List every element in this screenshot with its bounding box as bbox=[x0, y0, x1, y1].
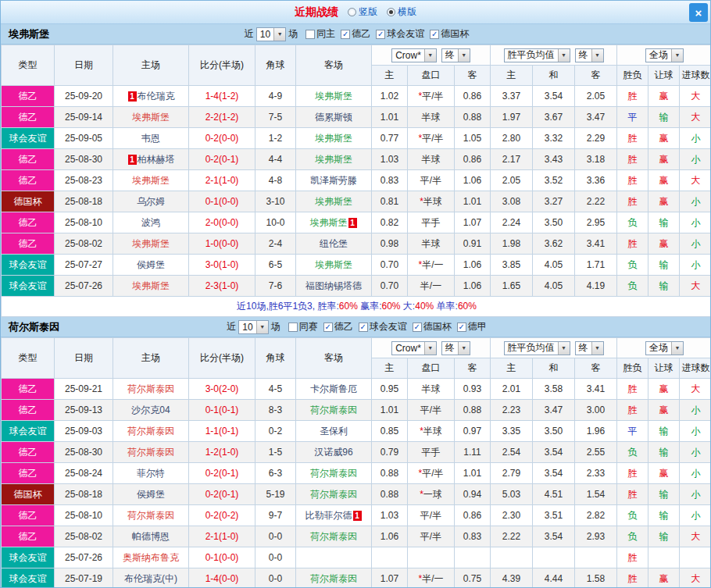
column-header-corner: 角球 bbox=[255, 338, 296, 379]
goals-cell: 小 bbox=[680, 463, 711, 484]
home-team-cell: 荷尔斯泰因 bbox=[113, 379, 189, 400]
corner-cell: 7-6 bbox=[255, 276, 296, 297]
layout-radio-vertical[interactable]: 竖版 bbox=[348, 5, 377, 19]
team-link[interactable]: 布伦瑞克(中) bbox=[124, 573, 177, 584]
match-row: 德乙25-08-10波鸿2-0(0-0)10-0埃弗斯堡10.82平手1.072… bbox=[2, 212, 711, 233]
team-link[interactable]: 埃弗斯堡 bbox=[310, 217, 348, 228]
odds-time-select[interactable]: 终▼ bbox=[441, 341, 470, 355]
avg-type-select-value: 胜平负均值 bbox=[505, 49, 558, 62]
close-button[interactable]: × bbox=[689, 3, 708, 22]
filter-checkbox-2[interactable]: ✓球会友谊 bbox=[359, 320, 407, 333]
avg-type-select[interactable]: 胜平负均值▼ bbox=[504, 48, 570, 62]
team-link[interactable]: 奥斯纳布鲁克 bbox=[123, 552, 179, 563]
team-link[interactable]: 埃弗斯堡 bbox=[315, 196, 352, 207]
odds-source-select[interactable]: Crow*▼ bbox=[391, 48, 437, 62]
layout-radio-horizontal[interactable]: 横版 bbox=[387, 5, 416, 19]
team-link[interactable]: 乌尔姆 bbox=[137, 196, 165, 207]
matches-table: 类型日期主场比分(半场)角球客场Crow*▼终▼胜平负均值▼终▼全场▼主盘口客主… bbox=[1, 45, 711, 317]
checkbox-label: 德甲 bbox=[468, 320, 487, 333]
team-link[interactable]: 荷尔斯泰因 bbox=[127, 510, 174, 521]
team-link[interactable]: 埃弗斯堡 bbox=[315, 259, 352, 270]
avg-time-select[interactable]: 终▼ bbox=[575, 48, 604, 62]
team-link[interactable]: 侯姆堡 bbox=[137, 259, 165, 270]
team-results-section: 荷尔斯泰因近10▼场同赛✓德乙✓球会友谊✓德国杯✓德甲类型日期主场比分(半场)角… bbox=[1, 317, 710, 588]
team-link[interactable]: 布伦瑞克 bbox=[138, 91, 175, 102]
team-link[interactable]: 埃弗斯堡 bbox=[132, 175, 170, 186]
corner-cell: 6-3 bbox=[255, 463, 296, 484]
filter-checkbox-0[interactable]: 同主 bbox=[305, 27, 335, 41]
team-link[interactable]: 卡尔斯鲁厄 bbox=[310, 383, 357, 394]
team-link[interactable]: 埃弗斯堡 bbox=[315, 91, 352, 102]
team-link[interactable]: 荷尔斯泰因 bbox=[310, 489, 357, 500]
team-link[interactable]: 埃弗斯堡 bbox=[132, 280, 170, 291]
scope-select-value: 全场 bbox=[646, 342, 671, 355]
odds-source-select[interactable]: Crow*▼ bbox=[391, 341, 437, 355]
red-card-badge: 1 bbox=[353, 511, 362, 521]
scope-select[interactable]: 全场▼ bbox=[645, 48, 684, 62]
team-link[interactable]: 埃弗斯堡 bbox=[132, 112, 170, 123]
corner-cell: 10-0 bbox=[255, 212, 296, 233]
filter-checkbox-1[interactable]: ✓德乙 bbox=[323, 320, 353, 333]
avg-draw-cell: 4.51 bbox=[533, 484, 575, 505]
team-link[interactable]: 圣保利 bbox=[320, 426, 348, 437]
handicap-result-cell: 输 bbox=[648, 442, 680, 463]
team-link[interactable]: 韦恩 bbox=[141, 133, 160, 144]
filter-checkbox-4[interactable]: ✓德甲 bbox=[457, 320, 487, 333]
match-row: 球会友谊25-07-27侯姆堡3-0(1-0)6-5埃弗斯堡0.70*半/一1.… bbox=[2, 255, 711, 276]
handicap-result-cell: 输 bbox=[648, 107, 680, 128]
handicap-result-cell: 输 bbox=[648, 505, 680, 526]
team-link[interactable]: 荷尔斯泰因 bbox=[310, 468, 357, 479]
summary-text: 60% bbox=[458, 301, 477, 312]
team-link[interactable]: 福图纳锡塔德 bbox=[305, 280, 362, 291]
away-team-cell: 埃弗斯堡 bbox=[296, 86, 372, 107]
date-cell: 25-08-30 bbox=[55, 442, 113, 463]
team-link[interactable]: 沙尔克04 bbox=[131, 404, 170, 415]
recent-count-select[interactable]: 10▼ bbox=[256, 27, 286, 41]
avg-away-cell bbox=[575, 547, 617, 568]
score-cell: 2-3(1-0) bbox=[189, 276, 255, 297]
team-link[interactable]: 荷尔斯泰因 bbox=[127, 383, 174, 394]
league-cell: 球会友谊 bbox=[2, 568, 55, 588]
goals-cell: 大 bbox=[680, 86, 711, 107]
team-link[interactable]: 纽伦堡 bbox=[320, 238, 348, 249]
odds-away-cell: 1.01 bbox=[455, 463, 491, 484]
checkbox-unchecked-icon bbox=[305, 30, 315, 39]
filter-checkbox-1[interactable]: ✓德乙 bbox=[341, 27, 370, 41]
team-link[interactable]: 埃弗斯堡 bbox=[132, 238, 170, 249]
team-link[interactable]: 埃弗斯堡 bbox=[315, 154, 352, 165]
handicap-cell: 半球 bbox=[408, 107, 455, 128]
avg-time-select[interactable]: 终▼ bbox=[575, 341, 604, 355]
team-link[interactable]: 埃弗斯堡 bbox=[315, 133, 352, 144]
away-team-cell: 埃弗斯堡 bbox=[296, 149, 372, 170]
team-link[interactable]: 比勒菲尔德 bbox=[305, 510, 352, 521]
handicap-result-cell: 赢 bbox=[648, 379, 680, 400]
recent-count-select[interactable]: 10▼ bbox=[238, 320, 268, 334]
team-link[interactable]: 凯泽斯劳滕 bbox=[310, 175, 357, 186]
corner-cell: 4-9 bbox=[255, 86, 296, 107]
recent-count-select-value: 10 bbox=[239, 321, 255, 333]
team-link[interactable]: 侯姆堡 bbox=[137, 489, 165, 500]
filter-checkbox-2[interactable]: ✓球会友谊 bbox=[376, 27, 424, 41]
odds-away-cell: 0.86 bbox=[455, 505, 491, 526]
team-link[interactable]: 荷尔斯泰因 bbox=[310, 404, 357, 415]
team-link[interactable]: 荷尔斯泰因 bbox=[310, 573, 357, 584]
team-link[interactable]: 荷尔斯泰因 bbox=[127, 447, 174, 458]
column-header-away: 客场 bbox=[296, 338, 372, 379]
filter-checkbox-0[interactable]: 同赛 bbox=[288, 320, 318, 333]
date-cell: 25-08-18 bbox=[55, 484, 113, 505]
team-link[interactable]: 柏林赫塔 bbox=[138, 154, 175, 165]
avg-type-select[interactable]: 胜平负均值▼ bbox=[504, 341, 570, 355]
filter-checkbox-3[interactable]: ✓德国杯 bbox=[430, 27, 469, 41]
team-link[interactable]: 荷尔斯泰因 bbox=[127, 426, 174, 437]
team-link[interactable]: 德累斯顿 bbox=[315, 112, 352, 123]
team-link[interactable]: 荷尔斯泰因 bbox=[310, 531, 357, 542]
scope-select[interactable]: 全场▼ bbox=[645, 341, 684, 355]
team-link[interactable]: 汉诺威96 bbox=[314, 447, 352, 458]
team-link[interactable]: 菲尔特 bbox=[137, 468, 165, 479]
team-link[interactable]: 波鸿 bbox=[141, 217, 160, 228]
team-link[interactable]: 帕德博恩 bbox=[132, 531, 170, 542]
filter-checkbox-3[interactable]: ✓德国杯 bbox=[413, 320, 452, 333]
handicap-cell: 平手 bbox=[408, 442, 455, 463]
dropdown-arrow-icon: ▼ bbox=[424, 49, 436, 62]
odds-time-select[interactable]: 终▼ bbox=[441, 48, 470, 62]
